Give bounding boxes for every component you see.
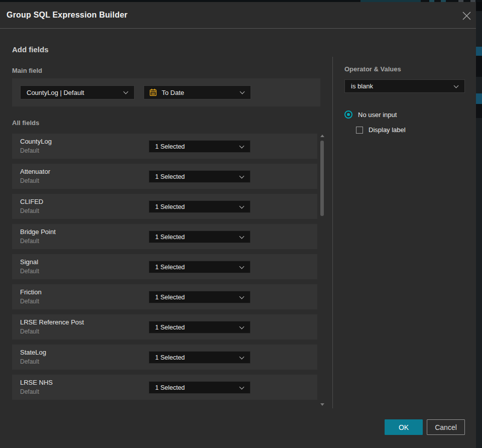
field-name: StateLog xyxy=(20,349,46,356)
no-user-input-radio[interactable]: No user input xyxy=(344,110,397,119)
background-fragment xyxy=(476,2,482,11)
field-values-select[interactable]: 1 Selected xyxy=(149,170,251,183)
field-name: LRSE Reference Post xyxy=(20,318,84,326)
select-value: 1 Selected xyxy=(155,203,185,210)
select-value: 1 Selected xyxy=(155,264,185,271)
close-button[interactable] xyxy=(460,9,473,22)
field-row: CountyLog Default 1 Selected xyxy=(12,134,317,159)
add-fields-heading: Add fields xyxy=(12,45,49,54)
cancel-button[interactable]: Cancel xyxy=(427,419,465,435)
ok-button[interactable]: OK xyxy=(385,419,423,435)
chevron-down-icon xyxy=(239,384,245,389)
display-label-checkbox[interactable]: Display label xyxy=(356,126,406,134)
group-sql-expression-builder-dialog: Group SQL Expression Builder Add fields … xyxy=(0,2,476,448)
calendar-icon xyxy=(149,88,157,96)
field-subtitle: Default xyxy=(20,388,39,395)
field-subtitle: Default xyxy=(20,147,39,154)
scrollbar-thumb[interactable] xyxy=(320,141,324,216)
field-row: Friction Default 1 Selected xyxy=(12,284,317,309)
date-type-select[interactable]: To Date xyxy=(144,85,251,99)
all-fields-label: All fields xyxy=(12,119,39,127)
panel-divider xyxy=(332,57,333,408)
field-subtitle: Default xyxy=(20,328,39,335)
fields-scrollbar[interactable] xyxy=(319,134,325,407)
field-name: LRSE NHS xyxy=(20,379,53,386)
chevron-down-icon xyxy=(239,354,245,359)
field-name: Signal xyxy=(20,258,38,266)
field-row: LRSE NHS Default 1 Selected xyxy=(12,375,317,400)
select-value: 1 Selected xyxy=(155,354,185,361)
select-value: CountyLog | Default xyxy=(27,89,84,96)
background-fragment xyxy=(476,56,482,77)
field-name: Attenuator xyxy=(20,168,50,175)
field-row: Bridge Point Default 1 Selected xyxy=(12,224,317,249)
background-fragment xyxy=(476,93,482,104)
background-fragment xyxy=(476,47,482,56)
select-value: 1 Selected xyxy=(155,234,185,241)
field-subtitle: Default xyxy=(20,207,39,214)
field-name: CountyLog xyxy=(20,138,52,145)
field-row: Signal Default 1 Selected xyxy=(12,254,317,279)
operator-values-label: Operator & Values xyxy=(344,65,401,73)
chevron-down-icon xyxy=(239,173,245,178)
field-row: CLIFED Default 1 Selected xyxy=(12,194,317,219)
select-value: 1 Selected xyxy=(155,173,185,180)
field-row: LRSE Reference Post Default 1 Selected xyxy=(12,314,317,340)
field-name: CLIFED xyxy=(20,198,43,205)
field-row: Attenuator Default 1 Selected xyxy=(12,164,317,189)
select-value: is blank xyxy=(351,82,373,90)
field-name: Friction xyxy=(20,288,42,296)
field-values-select[interactable]: 1 Selected xyxy=(149,321,251,333)
field-values-select[interactable]: 1 Selected xyxy=(149,200,251,213)
live-view-label: Live view xyxy=(371,0,396,1)
field-values-select[interactable]: 1 Selected xyxy=(149,351,251,364)
select-value: 1 Selected xyxy=(155,143,185,150)
field-subtitle: Default xyxy=(20,358,39,365)
background-app-edge xyxy=(476,2,482,448)
chevron-down-icon xyxy=(239,203,245,208)
main-field-select[interactable]: CountyLog | Default xyxy=(20,85,135,99)
dialog-header: Group SQL Expression Builder xyxy=(0,2,476,29)
scroll-down-icon[interactable] xyxy=(320,403,324,406)
close-icon xyxy=(462,12,471,20)
select-value: 1 Selected xyxy=(155,324,185,331)
field-values-select[interactable]: 1 Selected xyxy=(149,381,251,394)
chevron-down-icon xyxy=(239,234,245,239)
checkbox-unchecked-icon xyxy=(356,127,363,134)
dialog-title: Group SQL Expression Builder xyxy=(7,11,128,20)
chevron-down-icon xyxy=(239,324,245,329)
field-name: Bridge Point xyxy=(20,228,56,236)
scroll-up-icon[interactable] xyxy=(320,135,324,137)
chevron-down-icon xyxy=(239,294,245,299)
field-values-select[interactable]: 1 Selected xyxy=(149,261,251,273)
chevron-down-icon xyxy=(239,143,245,148)
radio-label: No user input xyxy=(358,111,397,119)
select-value: 1 Selected xyxy=(155,294,185,301)
main-field-panel: CountyLog | Default To Date xyxy=(12,78,320,106)
chevron-down-icon xyxy=(239,264,245,269)
field-subtitle: Default xyxy=(20,298,39,305)
field-values-select[interactable]: 1 Selected xyxy=(149,231,251,243)
field-row: StateLog Default 1 Selected xyxy=(12,345,317,370)
select-value: To Date xyxy=(162,89,184,96)
field-subtitle: Default xyxy=(20,238,39,245)
chevron-down-icon xyxy=(124,89,129,94)
chevron-down-icon xyxy=(240,89,245,94)
checkbox-label: Display label xyxy=(369,126,406,134)
operator-select[interactable]: is blank xyxy=(344,79,465,93)
field-values-select[interactable]: 1 Selected xyxy=(149,140,251,153)
chevron-down-icon xyxy=(454,83,459,88)
select-value: 1 Selected xyxy=(155,384,185,391)
radio-selected-icon xyxy=(344,110,352,119)
background-fragment xyxy=(476,104,482,118)
field-values-select[interactable]: 1 Selected xyxy=(149,291,251,303)
main-field-label: Main field xyxy=(12,67,42,74)
field-subtitle: Default xyxy=(20,177,39,184)
field-subtitle: Default xyxy=(20,268,39,275)
